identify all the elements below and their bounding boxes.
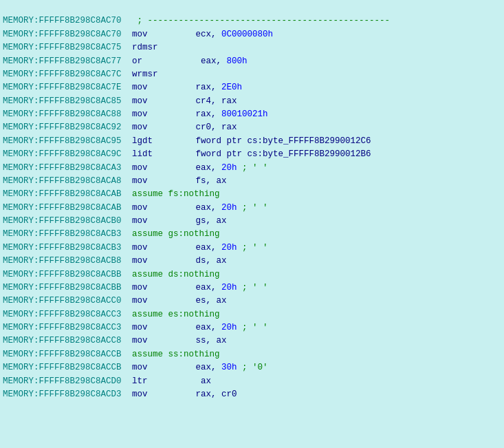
address: MEMORY:FFFFF8B298C8AC7C [3,68,132,81]
inline-comment: ; ' ' [237,202,268,215]
address: MEMORY:FFFFF8B298C8AC88 [3,108,132,121]
address: MEMORY:FFFFF8B298C8ACB8 [3,255,132,268]
immediate: 20h [221,242,237,255]
operand: eax, [170,242,221,255]
address: MEMORY:FFFFF8B298C8ACCB [3,348,132,361]
operand: ss, ax [170,334,227,348]
operand: es, ax [170,295,227,308]
mnemonic: mov [132,388,170,401]
address: MEMORY:FFFFF8B298C8ACBB [3,268,132,281]
address: MEMORY:FFFFF8B298C8ACC8 [3,334,132,348]
mnemonic: mov [132,361,170,374]
operand: eax, [170,321,221,334]
code-line: MEMORY:FFFFF8B298C8ACABassume fs:nothing [3,188,501,201]
operand: fs, ax [170,175,227,188]
address: MEMORY:FFFFF8B298C8ACC3 [3,321,132,334]
code-line: MEMORY:FFFFF8B298C8AC85mov cr4, rax [3,95,501,108]
operand: fword ptr cs:byte_FFFFF8B2990012B6 [170,148,371,161]
code-line: MEMORY:FFFFF8B298C8AC77or eax, 800h [3,55,501,68]
code-line: MEMORY:FFFFF8B298C8AC92mov cr0, rax [3,121,501,134]
disassembly-view: MEMORY:FFFFF8B298C8AC70 ; --------------… [0,0,504,403]
operand: fword ptr cs:byte_FFFFF8B2990012C6 [170,135,371,148]
address: MEMORY:FFFFF8B298C8AC92 [3,121,132,134]
operand: ax [170,375,211,388]
mnemonic: mov [132,215,170,228]
inline-comment: ; '0' [237,361,268,374]
code-line: MEMORY:FFFFF8B298C8ACBBassume ds:nothing [3,268,501,281]
address: MEMORY:FFFFF8B298C8AC95 [3,135,132,148]
mnemonic: mov [132,175,170,188]
address: MEMORY:FFFFF8B298C8ACD0 [3,375,132,388]
immediate: 80010021h [221,108,268,121]
mnemonic: mov [132,202,170,215]
assume-keyword: assume ds:nothing [132,268,220,281]
code-line: MEMORY:FFFFF8B298C8ACBBmov eax, 20h ; ' … [3,281,501,295]
code-line: MEMORY:FFFFF8B298C8ACC8mov ss, ax [3,334,501,348]
code-line: MEMORY:FFFFF8B298C8AC9Clidt fword ptr cs… [3,148,501,161]
mnemonic: rdmsr [132,41,170,54]
code-line: MEMORY:FFFFF8B298C8ACB8mov ds, ax [3,255,501,268]
address: MEMORY:FFFFF8B298C8AC77 [3,55,132,68]
mnemonic: mov [132,281,170,295]
address: MEMORY:FFFFF8B298C8AC75 [3,41,132,54]
code-line: MEMORY:FFFFF8B298C8ACCBmov eax, 30h ; '0… [3,361,501,374]
operand: rax, [170,108,221,121]
mnemonic: mov [132,81,170,94]
operand: eax, [170,361,221,374]
immediate: 2E0h [221,81,242,94]
mnemonic: wrmsr [132,68,170,81]
mnemonic: lidt [132,148,170,161]
immediate: 20h [221,202,237,215]
address: MEMORY:FFFFF8B298C8ACB3 [3,228,132,241]
operand: rax, [170,81,221,94]
inline-comment: ; ' ' [237,281,268,295]
operand: eax, [170,281,221,295]
address: MEMORY:FFFFF8B298C8ACBB [3,281,132,295]
immediate: 30h [221,361,237,374]
code-line: MEMORY:FFFFF8B298C8AC75rdmsr [3,41,501,54]
immediate: 20h [221,321,237,334]
address: MEMORY:FFFFF8B298C8AC85 [3,95,132,108]
address: MEMORY:FFFFF8B298C8ACA8 [3,175,132,188]
code-line: MEMORY:FFFFF8B298C8ACCBassume ss:nothing [3,348,501,361]
immediate: 20h [221,162,237,175]
assume-keyword: assume es:nothing [132,308,220,321]
operand: cr4, rax [170,95,237,108]
mnemonic: mov [132,162,170,175]
mnemonic: mov [132,321,170,334]
operand: ds, ax [170,255,227,268]
code-line: MEMORY:FFFFF8B298C8ACD0ltr ax [3,375,501,388]
operand: cr0, rax [170,121,237,134]
mnemonic: mov [132,242,170,255]
address: MEMORY:FFFFF8B298C8ACCB [3,361,132,374]
code-line: MEMORY:FFFFF8B298C8ACC3assume es:nothing [3,308,501,321]
mnemonic: lgdt [132,135,170,148]
mnemonic: ltr [132,375,170,388]
mnemonic: mov [132,295,170,308]
code-line: MEMORY:FFFFF8B298C8ACB3assume gs:nothing [3,228,501,241]
assume-keyword: assume ss:nothing [132,348,220,361]
inline-comment: ; ' ' [237,321,268,334]
address: MEMORY:FFFFF8B298C8AC7E [3,81,132,94]
operand: eax, [170,202,221,215]
address: MEMORY:FFFFF8B298C8ACB3 [3,242,132,255]
mnemonic: mov [132,28,170,41]
code-line: MEMORY:FFFFF8B298C8AC70 ; --------------… [3,14,501,28]
code-line: MEMORY:FFFFF8B298C8ACB0mov gs, ax [3,215,501,228]
address: MEMORY:FFFFF8B298C8ACA3 [3,162,132,175]
immediate: 20h [221,281,237,295]
mnemonic: mov [132,108,170,121]
address: MEMORY:FFFFF8B298C8ACB0 [3,215,132,228]
address: MEMORY:FFFFF8B298C8ACAB [3,188,132,201]
operand: rax, cr0 [170,388,237,401]
immediate: 0C0000080h [221,28,273,41]
mnemonic: mov [132,95,170,108]
code-line: MEMORY:FFFFF8B298C8AC7Emov rax, 2E0h [3,81,501,94]
address: MEMORY:FFFFF8B298C8AC9C [3,148,132,161]
code-line: MEMORY:FFFFF8B298C8ACC0mov es, ax [3,295,501,308]
code-line: MEMORY:FFFFF8B298C8AC95lgdt fword ptr cs… [3,135,501,148]
code-line: MEMORY:FFFFF8B298C8AC70mov ecx, 0C000008… [3,28,501,41]
code-line: MEMORY:FFFFF8B298C8ACD3mov rax, cr0 [3,388,501,401]
address: MEMORY:FFFFF8B298C8AC70 [3,28,132,41]
operand: ecx, [170,28,221,41]
